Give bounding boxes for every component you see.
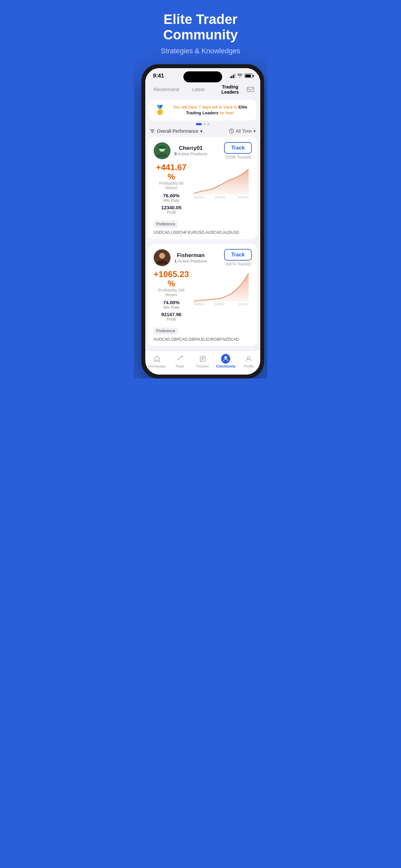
position-label-cherry01: Active Positions <box>178 151 207 156</box>
tab-latest[interactable]: Latest <box>182 86 214 93</box>
community-icon <box>221 354 230 363</box>
banner-orange-text: You still have 7 days left to track to <box>173 104 238 110</box>
stats-fisherman: +1065.23 % Profitability 196 Weeks 74.00… <box>154 270 189 323</box>
tracked-count-cherry01: 20595 Tracked <box>225 155 251 159</box>
svg-point-16 <box>182 356 183 357</box>
win-rate-cherry01: 76.00% <box>154 193 189 198</box>
dot-1 <box>204 123 206 125</box>
user-info-fisherman: Fisherman 1 Active Positions <box>154 249 207 266</box>
username-fisherman: Fisherman <box>174 252 207 259</box>
chart-cherry01: 2022/03 2023/02 2023/12 <box>192 163 252 217</box>
nav-profile-label: Profile <box>244 364 254 368</box>
preference-badge-cherry01: Preference <box>154 221 178 228</box>
profile-icon <box>244 354 253 363</box>
profit-value-fisherman: 92147.96 <box>154 312 189 317</box>
profit-pct-fisherman: +1065.23 % <box>154 270 189 288</box>
carousel-dots <box>145 123 260 125</box>
position-count-fisherman: 1 <box>174 259 177 264</box>
phone-screen: 9:41 <box>145 68 260 375</box>
banner-icon: 🥇 <box>154 104 166 115</box>
preference-pairs-fisherman: AUDCAD,GBPCAD,GBPAUD,EURGBP,NZDCAD <box>154 337 239 342</box>
profit-weeks-cherry01: Profitability 89 Weeks <box>154 181 189 190</box>
svg-point-12 <box>159 253 165 259</box>
nav-trade[interactable]: Trade <box>168 354 191 368</box>
nav-community[interactable]: Community <box>214 354 237 368</box>
svg-text:2022/03: 2022/03 <box>194 196 204 198</box>
svg-rect-0 <box>247 87 254 92</box>
trade-icon <box>175 354 184 363</box>
track-block-cherry01: Track 20595 Tracked <box>224 142 252 159</box>
position-count-cherry01: 9 <box>174 151 177 156</box>
nav-position[interactable]: Position <box>191 354 214 368</box>
trader-card-fisherman: Fisherman 1 Active Positions Track 28874… <box>149 244 257 346</box>
hero-title: Elite TraderCommunity <box>142 11 259 43</box>
battery-icon <box>244 73 252 78</box>
status-icons <box>230 73 253 79</box>
preference-pairs-cherry01: USDCAD,USDCHF,EURUSD,AUDCAD,AUDUSD <box>154 230 239 235</box>
nav-trade-label: Trade <box>175 364 184 368</box>
nav-homepage-label: Homepage <box>148 364 166 368</box>
win-rate-label-fisherman: Win Rate <box>154 305 189 310</box>
hero-subtitle: Strategies & Knowledges <box>142 47 259 55</box>
svg-text:2023/02: 2023/02 <box>215 196 225 198</box>
username-cherry01: Cherry01 <box>174 145 207 151</box>
home-icon <box>152 354 161 363</box>
position-icon <box>198 354 207 363</box>
svg-text:2023/12: 2023/12 <box>238 196 249 198</box>
filter-row: Overall Performance ▾ All Time ▾ <box>150 128 256 134</box>
track-block-fisherman: Track 28874 Tracked <box>224 249 252 267</box>
hero-section: Elite TraderCommunity Strategies & Knowl… <box>134 0 267 378</box>
svg-rect-6 <box>159 146 165 148</box>
performance-filter[interactable]: Overall Performance ▾ <box>150 128 203 134</box>
app-nav-tabs: Recommend Latest Trading Leaders <box>145 81 260 97</box>
performance-chevron-icon: ▾ <box>200 128 203 134</box>
avatar-cherry01 <box>154 143 171 159</box>
mail-icon[interactable] <box>246 85 255 94</box>
status-time: 9:41 <box>153 73 164 79</box>
positions-cherry01: 9 Active Positions <box>174 151 207 156</box>
banner-end-text: for free! <box>219 111 234 115</box>
time-filter[interactable]: All Time ▾ <box>229 128 256 134</box>
banner-text: You still have 7 days left to track to E… <box>169 104 251 116</box>
phone-frame: 9:41 <box>142 64 264 379</box>
preference-row-cherry01: Preference USDCAD,USDCHF,EURUSD,AUDCAD,A… <box>154 221 252 235</box>
profit-label-fisherman: Profit <box>154 317 189 321</box>
track-button-cherry01[interactable]: Track <box>224 142 252 154</box>
svg-text:2022/03: 2022/03 <box>214 303 225 305</box>
nav-community-label: Community <box>216 364 236 368</box>
dot-active <box>196 123 202 125</box>
svg-text:2023/12: 2023/12 <box>238 303 249 305</box>
track-button-fisherman[interactable]: Track <box>224 249 252 260</box>
tracked-count-fisherman: 28874 Tracked <box>225 262 251 267</box>
win-rate-fisherman: 74.00% <box>154 300 189 305</box>
avatar-fisherman <box>154 249 171 266</box>
clock-icon <box>229 128 234 134</box>
dynamic-island <box>183 71 222 82</box>
preference-badge-fisherman: Preference <box>154 328 178 335</box>
preference-row-fisherman: Preference AUDCAD,GBPCAD,GBPAUD,EURGBP,N… <box>154 328 252 342</box>
tab-recommend[interactable]: Recommend <box>150 86 182 93</box>
user-info-cherry01: Cherry01 9 Active Positions <box>154 143 207 159</box>
time-label: All Time <box>236 128 252 134</box>
svg-text:2020/03: 2020/03 <box>194 303 204 305</box>
dot-2 <box>207 123 210 125</box>
nav-homepage[interactable]: Homepage <box>145 354 168 368</box>
profit-pct-cherry01: +441.67 % <box>154 163 189 181</box>
status-bar: 9:41 <box>145 68 260 81</box>
time-chevron-icon: ▾ <box>253 128 256 134</box>
promo-banner: 🥇 You still have 7 days left to track to… <box>149 100 256 120</box>
profit-weeks-fisherman: Profitability 196 Weeks <box>154 288 189 297</box>
filter-icon <box>150 128 155 134</box>
profit-value-cherry01: 12340.05 <box>154 205 189 210</box>
nav-position-label: Position <box>196 364 209 368</box>
wifi-icon <box>237 73 243 79</box>
trader-card-cherry01: Cherry01 9 Active Positions Track 20595 … <box>149 137 257 239</box>
tab-trading-leaders[interactable]: Trading Leaders <box>214 83 246 96</box>
nav-profile[interactable]: Profile <box>237 354 260 368</box>
profit-label-cherry01: Profit <box>154 210 189 215</box>
bottom-nav: Homepage Trade <box>145 351 260 375</box>
signal-icon <box>230 73 236 78</box>
win-rate-label-cherry01: Win Rate <box>154 198 189 203</box>
positions-fisherman: 1 Active Positions <box>174 259 207 264</box>
stats-cherry01: +441.67 % Profitability 89 Weeks 76.00% … <box>154 163 189 217</box>
